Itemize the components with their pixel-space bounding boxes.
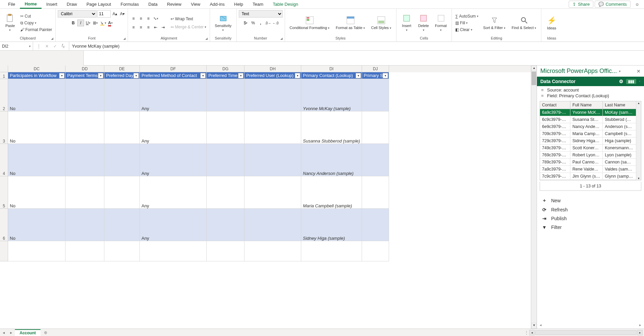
cell[interactable] (301, 241, 362, 261)
find-select-button[interactable]: Find & Select ▾ (509, 14, 539, 31)
filter-button[interactable]: ▼Filter (542, 225, 639, 230)
column-header-DG[interactable]: DG (207, 66, 244, 72)
paste-button[interactable]: Paste▾ (2, 12, 18, 33)
cancel-icon[interactable]: ✕ (43, 44, 51, 49)
cell[interactable] (66, 241, 104, 261)
spreadsheet-grid[interactable]: DCDDDEDFDGDHDIDJ 1Participates in Workfl… (0, 66, 531, 329)
lookup-row[interactable]: 769c3979-02a...Robert Lyon (s...Lyon (sa… (540, 152, 641, 159)
lookup-row[interactable]: 729c3979-02a...Sidney Higa (s...Higa (sa… (540, 137, 641, 145)
tab-file[interactable]: File (3, 0, 20, 8)
cell[interactable] (244, 144, 301, 176)
horizontal-scrollbar[interactable]: ⋮ ◂ ▸ (524, 330, 644, 335)
font-size-input[interactable] (97, 10, 111, 18)
col-lastname[interactable]: Last Name (603, 101, 635, 109)
tab-table-design[interactable]: Table Design (268, 0, 303, 8)
dialog-launcher-icon[interactable]: ◢ (123, 37, 126, 40)
cell[interactable]: Sidney Higa (sample) (301, 209, 362, 241)
name-box[interactable]: DI2▾ (0, 42, 33, 50)
dialog-launcher-icon[interactable]: ◢ (205, 37, 208, 40)
decrease-indent-icon[interactable]: ⇤ (152, 24, 159, 31)
column-header-DF[interactable]: DF (140, 66, 207, 72)
column-header-DD[interactable]: DD (66, 66, 104, 72)
orientation-icon[interactable]: ⤡▾ (152, 15, 159, 22)
fx-icon[interactable]: fx (59, 43, 67, 49)
insert-cells-button[interactable]: Insert▾ (398, 12, 415, 33)
increase-indent-icon[interactable]: ⇥ (160, 24, 166, 31)
cell[interactable] (66, 79, 104, 111)
cut-button[interactable]: ✂Cut (19, 13, 53, 19)
accounting-format-icon[interactable]: $▾ (242, 20, 249, 26)
cell[interactable] (66, 209, 104, 241)
sheet-tab-account[interactable]: Account (15, 329, 41, 336)
chevron-down-icon[interactable]: ▾ (619, 70, 621, 73)
scroll-left-icon[interactable]: ◂ (529, 330, 535, 335)
cell[interactable] (66, 176, 104, 209)
lookup-grid[interactable]: Contact Full Name Last Name 6a9c3979-02a… (540, 101, 641, 180)
cell[interactable] (207, 144, 244, 176)
table-header-cell[interactable]: Preferred Time▾ (207, 72, 244, 79)
cell[interactable]: Any (140, 144, 207, 176)
merge-center-button[interactable]: ⇔Merge & Center ▾ (169, 24, 208, 30)
column-header-DI[interactable]: DI (301, 66, 362, 72)
lookup-row[interactable]: 6e9c3979-02a...Nancy Anders...Anderson (… (540, 123, 641, 130)
cell[interactable] (362, 241, 389, 261)
underline-button[interactable]: U▾ (85, 20, 92, 26)
cell[interactable]: Yvonne McKay (sample) (301, 79, 362, 111)
filter-dropdown-icon[interactable]: ▾ (356, 73, 361, 78)
tab-draw[interactable]: Draw (62, 0, 82, 8)
lookup-row[interactable]: 6a9c3979-02a...Yvonne McKay...McKay (sam… (540, 109, 641, 116)
row-header[interactable]: 5 (0, 176, 8, 209)
italic-button[interactable]: I (77, 20, 84, 26)
chevron-down-icon[interactable]: ▾ (639, 80, 641, 83)
row-header[interactable]: 6 (0, 209, 8, 241)
cell[interactable]: No (8, 111, 66, 144)
cell[interactable] (66, 111, 104, 144)
lookup-row[interactable]: 6c9c3979-02a...Susanna Stub...Stubberod … (540, 116, 641, 123)
table-header-cell[interactable]: Primary Contact (Lookup)▾ (301, 72, 362, 79)
cell[interactable]: Any (140, 176, 207, 209)
cell[interactable] (244, 111, 301, 144)
refresh-button[interactable]: ⟳Refresh (542, 207, 639, 212)
tab-team[interactable]: Team (248, 0, 268, 8)
cell[interactable] (104, 241, 140, 261)
align-top-icon[interactable]: ≡ (130, 15, 137, 22)
cell[interactable] (362, 79, 389, 111)
lookup-row[interactable]: 789c3979-02a...Paul Cannon (...Cannon (s… (540, 159, 641, 166)
enter-icon[interactable]: ✓ (51, 44, 59, 49)
handle-icon[interactable]: ⋮ (35, 44, 43, 49)
align-right-icon[interactable]: ≡ (145, 24, 152, 31)
tab-addins[interactable]: Add-ins (205, 0, 229, 8)
cell-styles-button[interactable]: Cell Styles ▾ (368, 14, 394, 31)
formula-input[interactable]: Yvonne McKay (sample) (69, 44, 644, 49)
percent-format-icon[interactable]: % (250, 20, 257, 26)
tab-help[interactable]: Help (229, 0, 248, 8)
cell[interactable]: No (8, 209, 66, 241)
publish-button[interactable]: ⇥Publish (542, 216, 639, 221)
sort-filter-button[interactable]: Sort & Filter ▾ (481, 14, 508, 31)
filter-dropdown-icon[interactable]: ▾ (98, 73, 103, 78)
tab-home[interactable]: Home (20, 0, 42, 9)
cell[interactable] (244, 79, 301, 111)
format-cells-button[interactable]: Format▾ (432, 12, 449, 33)
lookup-row[interactable]: 7c9c3979-02a...Jim Glynn (sa...Glynn (sa… (540, 173, 641, 180)
handle-icon[interactable]: ⋮ (524, 330, 529, 335)
comma-format-icon[interactable]: , (257, 20, 264, 26)
scroll-down-icon[interactable]: ▾ (531, 323, 537, 329)
share-button[interactable]: ⇪Share (569, 1, 593, 8)
column-header-DJ[interactable]: DJ (362, 66, 389, 72)
lookup-row[interactable]: 749c3979-02a...Scott Konersm...Konersman… (540, 145, 641, 152)
tab-insert[interactable]: Insert (42, 0, 62, 8)
cell[interactable] (104, 176, 140, 209)
scroll-up-icon[interactable]: ▴ (638, 101, 640, 105)
table-header-cell[interactable]: Preferred Method of Contact▾ (140, 72, 207, 79)
cell[interactable] (66, 144, 104, 176)
table-header-cell[interactable]: Payment Terms▾ (66, 72, 104, 79)
col-contact[interactable]: Contact (540, 101, 570, 109)
table-header-cell[interactable]: Preferred Day▾ (104, 72, 140, 79)
dialog-launcher-icon[interactable]: ◢ (280, 37, 283, 40)
copy-button[interactable]: ⧉Copy ▾ (19, 20, 53, 26)
cell[interactable]: Maria Campbell (sample) (301, 176, 362, 209)
table-header-cell[interactable]: Preferred User (Lookup)▾ (244, 72, 301, 79)
cell[interactable] (362, 111, 389, 144)
cell[interactable] (244, 176, 301, 209)
